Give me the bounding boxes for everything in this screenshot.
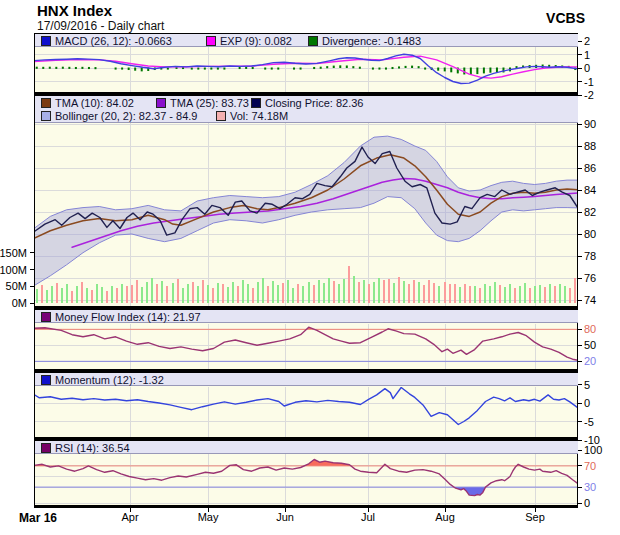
price-y-tick-label: 76 bbox=[584, 272, 596, 284]
legend-item-macd: MACD (26, 12): -0.0663 bbox=[41, 34, 172, 47]
divergence-legend-label: Divergence: -0.1483 bbox=[322, 35, 421, 47]
tma10-legend-label: TMA (10): 84.02 bbox=[55, 97, 134, 109]
rsi-y-tick-label: 100 bbox=[584, 444, 602, 456]
rsi-y-tick-label: 70 bbox=[584, 460, 596, 472]
bollinger-swatch-icon bbox=[41, 111, 51, 121]
momentum-y-tick-label: -5 bbox=[584, 416, 594, 428]
mfi-legend: Money Flow Index (14): 21.97 bbox=[35, 310, 578, 323]
mfi-y-tick-label: 80 bbox=[584, 323, 596, 335]
momentum-bottom-separator bbox=[34, 437, 578, 440]
macd-y-tick-label: 2 bbox=[584, 35, 590, 47]
rsi-y-tick-label: 30 bbox=[584, 481, 596, 493]
momentum-y-tick-label: 5 bbox=[584, 379, 590, 391]
x-axis-label: Apr bbox=[121, 511, 138, 523]
bollinger-legend-label: Bollinger (20, 2): 82.37 - 84.9 bbox=[55, 110, 197, 122]
tma25-legend-label: TMA (25): 83.73 bbox=[170, 97, 249, 109]
mfi-y-tick-label: 20 bbox=[584, 355, 596, 367]
volume-y-tick-label: 150M bbox=[0, 247, 27, 259]
divergence-swatch-icon bbox=[308, 36, 318, 46]
volume-legend-label: Vol: 74.18M bbox=[230, 110, 288, 122]
price-y-tick-label: 88 bbox=[584, 140, 596, 152]
volume-y-tick-label: 0M bbox=[12, 297, 27, 309]
volume-swatch-icon bbox=[216, 111, 226, 121]
legend-item-momentum: Momentum (12): -1.32 bbox=[41, 373, 164, 386]
rsi-legend-label: RSI (14): 36.54 bbox=[55, 442, 130, 454]
closing-price-legend-label: Closing Price: 82.36 bbox=[265, 97, 363, 109]
volume-y-tick-label: 50M bbox=[6, 280, 27, 292]
x-axis-label: Sep bbox=[525, 511, 545, 523]
mfi-legend-label: Money Flow Index (14): 21.97 bbox=[55, 311, 201, 323]
price-y-tick-label: 86 bbox=[584, 162, 596, 174]
macd-bottom-separator bbox=[34, 92, 578, 95]
legend-item-mfi: Money Flow Index (14): 21.97 bbox=[41, 310, 201, 323]
momentum-y-tick-label: 0 bbox=[584, 397, 590, 409]
legend-item-bollinger: Bollinger (20, 2): 82.37 - 84.9 bbox=[41, 109, 197, 122]
price-y-tick-label: 82 bbox=[584, 206, 596, 218]
rsi-y-tick-label: 0 bbox=[584, 497, 590, 509]
tma10-swatch-icon bbox=[41, 98, 51, 108]
legend-item-exp: EXP (9): 0.082 bbox=[206, 34, 292, 47]
x-axis-label: May bbox=[198, 511, 219, 523]
volume-y-tick-label: 100M bbox=[0, 264, 27, 276]
macd-legend: MACD (26, 12): -0.0663 EXP (9): 0.082 Di… bbox=[35, 34, 578, 47]
momentum-legend-label: Momentum (12): -1.32 bbox=[55, 374, 164, 386]
price-y-tick-label: 78 bbox=[584, 250, 596, 262]
closing-price-swatch-icon bbox=[251, 98, 261, 108]
rsi-swatch-icon bbox=[41, 443, 51, 453]
legend-item-tma10: TMA (10): 84.02 bbox=[41, 96, 134, 109]
chart-window: HNX Index 17/09/2016 - Daily chart VCBS … bbox=[0, 0, 620, 535]
chart-canvas: 210-1-290888684828078767480502050-5-1010… bbox=[0, 0, 620, 535]
legend-item-tma25: TMA (25): 83.73 bbox=[156, 96, 249, 109]
macd-legend-label: MACD (26, 12): -0.0663 bbox=[55, 35, 172, 47]
macd-y-tick-label: 0 bbox=[584, 62, 590, 74]
macd-y-tick-label: -1 bbox=[584, 76, 594, 88]
mfi-y-tick-label: 50 bbox=[584, 339, 596, 351]
exp-legend-label: EXP (9): 0.082 bbox=[220, 35, 292, 47]
mfi-bottom-separator bbox=[34, 369, 578, 372]
tma25-swatch-icon bbox=[156, 98, 166, 108]
price-y-tick-label: 90 bbox=[584, 118, 596, 130]
price-y-tick-label: 80 bbox=[584, 228, 596, 240]
x-axis-label: Aug bbox=[435, 511, 455, 523]
legend-item-rsi: RSI (14): 36.54 bbox=[41, 441, 130, 454]
rsi-bottom-separator bbox=[34, 505, 578, 508]
legend-item-volume: Vol: 74.18M bbox=[216, 109, 288, 122]
macd-y-tick-label: 1 bbox=[584, 49, 590, 61]
x-axis-label: Jun bbox=[276, 511, 294, 523]
mfi-swatch-icon bbox=[41, 312, 51, 322]
rsi-legend: RSI (14): 36.54 bbox=[35, 441, 578, 454]
price-bottom-separator bbox=[34, 306, 578, 309]
macd-y-tick-label: -2 bbox=[584, 89, 594, 101]
legend-item-closing-price: Closing Price: 82.36 bbox=[251, 96, 363, 109]
x-axis-label: Jul bbox=[361, 511, 375, 523]
exp-swatch-icon bbox=[206, 36, 216, 46]
price-y-tick-label: 84 bbox=[584, 184, 596, 196]
x-axis-label: Mar 16 bbox=[19, 511, 57, 525]
momentum-legend: Momentum (12): -1.32 bbox=[35, 373, 578, 386]
momentum-swatch-icon bbox=[41, 375, 51, 385]
macd-swatch-icon bbox=[41, 36, 51, 46]
legend-item-divergence: Divergence: -0.1483 bbox=[308, 34, 421, 47]
price-legend: TMA (10): 84.02 TMA (25): 83.73 Closing … bbox=[35, 96, 578, 123]
price-y-tick-label: 74 bbox=[584, 294, 596, 306]
